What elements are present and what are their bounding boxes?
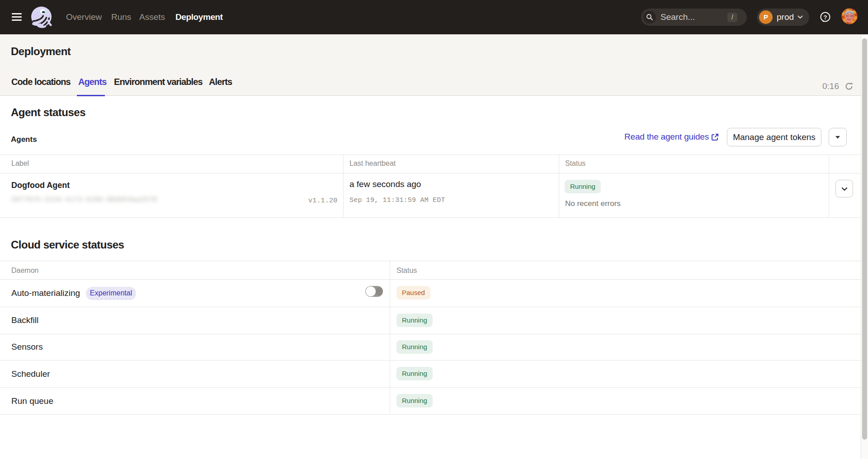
svg-text:?: ? — [824, 14, 827, 21]
